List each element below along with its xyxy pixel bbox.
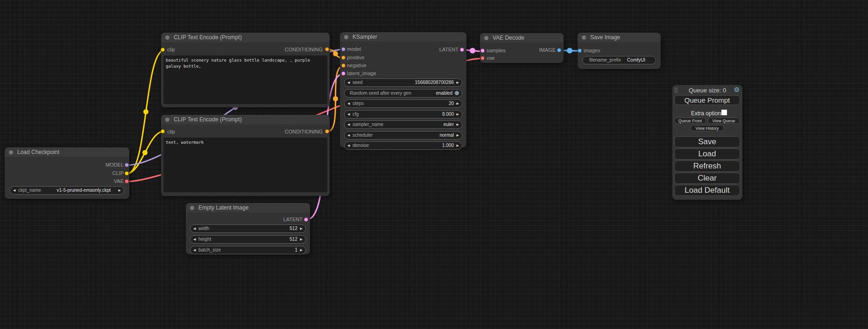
- node-title: Save Image: [578, 33, 661, 42]
- samples-input-port[interactable]: [480, 49, 485, 53]
- collapse-dot[interactable]: [190, 206, 194, 210]
- increment-arrow-icon[interactable]: ▶: [300, 225, 303, 232]
- increment-arrow-icon[interactable]: ▶: [119, 187, 121, 194]
- input-label-positive: positive: [347, 55, 364, 60]
- node-ksampler[interactable]: KSampler model positive negative latent_…: [340, 32, 466, 147]
- node-title: KSampler: [340, 32, 466, 42]
- gear-icon[interactable]: ⚙: [734, 86, 740, 93]
- link-midpoint-dot: [333, 96, 338, 101]
- input-label-model: model: [347, 46, 361, 52]
- decrement-arrow-icon[interactable]: ◀: [347, 121, 350, 128]
- collapse-dot[interactable]: [344, 35, 348, 39]
- node-load-checkpoint[interactable]: Load Checkpoint MODEL CLIP VAE ◀ ckpt_na…: [5, 147, 129, 199]
- load-default-button[interactable]: Load Default: [674, 185, 740, 196]
- increment-arrow-icon[interactable]: ▶: [300, 236, 303, 243]
- decrement-arrow-icon[interactable]: ◀: [13, 187, 15, 194]
- positive-input-port[interactable]: [341, 56, 346, 60]
- collapse-dot[interactable]: [582, 35, 586, 40]
- denoise-widget[interactable]: ◀ denoise 1.000 ▶: [344, 141, 462, 150]
- decrement-arrow-icon[interactable]: ◀: [347, 100, 350, 107]
- refresh-button[interactable]: Refresh: [674, 161, 740, 172]
- increment-arrow-icon[interactable]: ▶: [457, 142, 459, 149]
- link-midpoint-dot: [333, 51, 338, 56]
- collapse-dot[interactable]: [165, 118, 169, 122]
- clear-button[interactable]: Clear: [674, 173, 740, 184]
- model-output-port[interactable]: [125, 163, 129, 167]
- cfg-widget[interactable]: ◀ cfg 8.000 ▶: [344, 110, 462, 119]
- increment-arrow-icon[interactable]: ▶: [457, 132, 459, 139]
- increment-arrow-icon[interactable]: ▶: [457, 121, 459, 128]
- decrement-arrow-icon[interactable]: ◀: [193, 225, 196, 232]
- vae-output-port[interactable]: [125, 179, 129, 183]
- load-button[interactable]: Load: [674, 148, 740, 160]
- conditioning-output-port[interactable]: [325, 47, 329, 51]
- decrement-arrow-icon[interactable]: ◀: [347, 142, 350, 149]
- sampler-name-widget[interactable]: ◀ sampler_name euler ▶: [344, 120, 462, 129]
- view-history-button[interactable]: View History: [691, 125, 724, 131]
- node-save-image[interactable]: Save Image images filename_prefix ComfyU…: [578, 33, 661, 69]
- prompt-textarea[interactable]: text, watermark: [163, 138, 327, 192]
- decrement-arrow-icon[interactable]: ◀: [193, 236, 196, 243]
- batch-size-widget[interactable]: ◀ batch_size 1 ▶: [190, 246, 306, 254]
- increment-arrow-icon[interactable]: ▶: [457, 100, 459, 107]
- height-widget[interactable]: ◀ height 512 ▶: [190, 235, 306, 244]
- widget-label: scheduler: [353, 132, 373, 139]
- clip-input-port[interactable]: [161, 48, 165, 52]
- increment-arrow-icon[interactable]: ▶: [300, 246, 303, 253]
- vae-input-port[interactable]: [480, 56, 485, 60]
- queue-front-button[interactable]: Queue Front: [674, 118, 706, 124]
- scheduler-widget[interactable]: ◀ scheduler normal ▶: [344, 131, 462, 140]
- seed-widget[interactable]: ◀ seed 156680208700286 ▶: [344, 78, 462, 87]
- increment-arrow-icon[interactable]: ▶: [457, 79, 459, 86]
- latent-output-port[interactable]: [460, 48, 464, 52]
- width-widget[interactable]: ◀ width 512 ▶: [190, 224, 306, 233]
- ckpt-name-widget[interactable]: ◀ ckpt_name v1-5-pruned-emaonly.ckpt ▶: [10, 186, 124, 195]
- random-seed-toggle-widget[interactable]: Random seed after every gen enabled: [344, 89, 462, 98]
- widget-label: denoise: [353, 142, 369, 149]
- model-input-port[interactable]: [341, 47, 346, 51]
- prompt-textarea[interactable]: beautiful scenery nature glass bottle la…: [163, 56, 327, 104]
- widget-value: 512: [289, 236, 297, 243]
- input-label-clip: clip: [167, 47, 175, 52]
- clip-output-port[interactable]: [125, 171, 129, 175]
- collapse-dot[interactable]: [484, 36, 488, 40]
- decrement-arrow-icon[interactable]: ◀: [347, 111, 350, 118]
- node-empty-latent-image[interactable]: Empty Latent Image LATENT ◀ width 512 ▶ …: [186, 203, 310, 254]
- images-input-port[interactable]: [578, 49, 582, 53]
- negative-input-port[interactable]: [341, 63, 346, 68]
- input-label-latent-image: latent_image: [347, 70, 376, 76]
- queue-prompt-button[interactable]: Queue Prompt: [674, 95, 740, 105]
- decrement-arrow-icon[interactable]: ◀: [347, 132, 350, 139]
- comfy-menu-panel: Queue size: 0 ⚙ Queue Prompt Extra optio…: [672, 85, 742, 200]
- decrement-arrow-icon[interactable]: ◀: [347, 79, 350, 86]
- output-label-conditioning: CONDITIONING: [285, 47, 323, 52]
- collapse-dot[interactable]: [9, 150, 13, 154]
- widget-value: v1-5-pruned-emaonly.ckpt: [57, 187, 111, 194]
- output-label-latent: LATENT: [439, 47, 459, 52]
- conditioning-output-port[interactable]: [325, 129, 329, 133]
- output-label-clip: CLIP: [113, 170, 124, 176]
- latent-output-port[interactable]: [304, 217, 308, 222]
- output-label-model: MODEL: [106, 162, 124, 168]
- latent-image-input-port[interactable]: [341, 71, 346, 76]
- extra-options-checkbox[interactable]: [721, 110, 727, 115]
- input-label-vae: vae: [487, 55, 495, 61]
- filename-prefix-widget[interactable]: filename_prefix ComfyUI: [582, 56, 656, 64]
- clip-input-port[interactable]: [161, 129, 165, 133]
- node-vae-decode[interactable]: VAE Decode samples vae IMAGE: [480, 33, 564, 63]
- widget-label: filename_prefix: [589, 56, 621, 63]
- view-queue-button[interactable]: View Queue: [708, 118, 740, 124]
- node-graph-canvas[interactable]: Load Checkpoint MODEL CLIP VAE ◀ ckpt_na…: [0, 0, 868, 329]
- image-output-port[interactable]: [557, 48, 561, 52]
- save-button[interactable]: Save: [674, 136, 740, 147]
- toggle-indicator[interactable]: [455, 91, 459, 95]
- node-clip-text-encode-negative[interactable]: CLIP Text Encode (Prompt) clip CONDITION…: [161, 115, 330, 196]
- node-clip-text-encode-positive[interactable]: CLIP Text Encode (Prompt) clip CONDITION…: [161, 33, 330, 107]
- collapse-dot[interactable]: [165, 35, 169, 40]
- widget-label: ckpt_name: [18, 187, 41, 194]
- increment-arrow-icon[interactable]: ▶: [457, 111, 459, 118]
- widget-value: normal: [439, 132, 454, 139]
- decrement-arrow-icon[interactable]: ◀: [193, 246, 196, 253]
- steps-widget[interactable]: ◀ steps 20 ▶: [344, 99, 462, 108]
- widget-label: width: [198, 225, 209, 232]
